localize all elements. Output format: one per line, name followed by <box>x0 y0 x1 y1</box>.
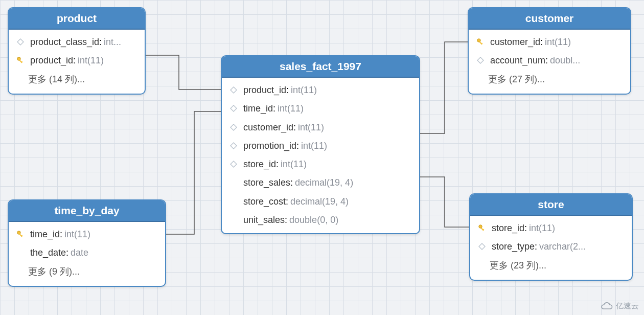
svg-marker-7 <box>231 87 237 93</box>
svg-marker-15 <box>477 57 484 63</box>
field-type: int... <box>104 36 121 48</box>
field-type: decimal(19, 4) <box>290 195 349 208</box>
field-type: int(11) <box>78 54 104 66</box>
field-name: promotion_id <box>243 140 296 152</box>
field-name: product_id <box>30 54 73 66</box>
field-row[interactable]: store_cost: decimal(19, 4) <box>222 192 419 211</box>
field-type: int(11) <box>545 36 571 48</box>
field-type: decimal(19, 4) <box>295 176 353 189</box>
table-title: time_by_day <box>9 200 165 222</box>
field-name: unit_sales <box>243 214 285 226</box>
diamond-icon <box>229 160 238 169</box>
field-row[interactable]: product_id: int(11) <box>222 81 419 99</box>
table-body: store_id: int(11) store_type: varchar(2.… <box>470 216 632 280</box>
field-type: double(0, 0) <box>289 214 338 226</box>
more-columns[interactable]: 更多 (9 列)... <box>9 262 165 282</box>
field-name: time_id <box>243 102 273 115</box>
table-title: customer <box>469 8 630 30</box>
watermark-text: 亿速云 <box>616 301 639 311</box>
diamond-icon <box>229 104 238 113</box>
diamond-icon <box>229 123 238 132</box>
key-icon <box>16 56 25 65</box>
table-body: time_id: int(11) the_date: date 更多 (9 列)… <box>9 222 165 286</box>
field-row[interactable]: product_class_id: int... <box>9 33 145 51</box>
field-row[interactable]: account_num: doubl... <box>469 51 630 70</box>
field-type: int(11) <box>278 102 304 115</box>
field-name: time_id <box>30 228 60 240</box>
diamond-icon <box>229 141 238 150</box>
field-row[interactable]: promotion_id: int(11) <box>222 137 419 155</box>
cloud-icon <box>601 300 613 312</box>
field-row[interactable]: the_date: date <box>9 243 165 262</box>
field-name: store_id <box>243 158 276 170</box>
field-type: varchar(2... <box>539 240 586 253</box>
table-customer[interactable]: customer customer_id: int(11) account_nu… <box>468 7 631 95</box>
svg-marker-11 <box>231 161 237 167</box>
field-name: store_cost <box>243 195 286 208</box>
field-name: the_date <box>30 246 66 259</box>
field-row[interactable]: store_id: int(11) <box>470 219 632 237</box>
field-name: customer_id <box>490 36 540 48</box>
table-body: customer_id: int(11) account_num: doubl.… <box>469 30 630 94</box>
field-type: int(11) <box>301 140 327 152</box>
diamond-icon <box>229 85 238 95</box>
table-title: store <box>470 194 632 216</box>
diamond-icon <box>476 56 485 65</box>
diamond-icon <box>16 37 25 47</box>
field-name: product_id <box>243 84 286 96</box>
diamond-icon <box>477 242 487 251</box>
field-name: product_class_id <box>30 36 99 48</box>
table-sales-fact-1997[interactable]: sales_fact_1997 product_id: int(11) time… <box>221 55 420 234</box>
field-row[interactable]: time_id: int(11) <box>9 225 165 243</box>
field-type: int(11) <box>64 228 90 240</box>
field-type: int(11) <box>298 121 324 133</box>
field-row[interactable]: customer_id: int(11) <box>469 33 630 51</box>
more-columns[interactable]: 更多 (23 列)... <box>470 256 632 276</box>
field-type: int(11) <box>281 158 307 170</box>
svg-marker-9 <box>231 124 237 130</box>
field-name: store_sales <box>243 176 290 189</box>
table-body: product_class_id: int... product_id: int… <box>9 30 145 94</box>
more-columns[interactable]: 更多 (14 列)... <box>9 70 145 89</box>
svg-marker-10 <box>231 143 237 149</box>
field-name: customer_id <box>243 121 293 133</box>
field-type: int(11) <box>291 84 317 96</box>
field-row[interactable]: time_id: int(11) <box>222 99 419 118</box>
field-row[interactable]: unit_sales: double(0, 0) <box>222 211 419 229</box>
more-columns[interactable]: 更多 (27 列)... <box>469 70 630 89</box>
field-name: store_type <box>492 240 535 253</box>
field-row[interactable]: store_sales: decimal(19, 4) <box>222 173 419 192</box>
field-type: doubl... <box>550 54 580 66</box>
svg-marker-19 <box>479 243 485 250</box>
field-row[interactable]: product_id: int(11) <box>9 51 145 70</box>
field-name: store_id <box>492 222 524 234</box>
watermark: 亿速云 <box>601 300 639 312</box>
table-title: product <box>9 8 145 30</box>
field-name: account_num <box>490 54 545 66</box>
field-type: int(11) <box>529 222 555 234</box>
table-title: sales_fact_1997 <box>222 56 419 78</box>
key-icon <box>477 223 487 233</box>
table-product[interactable]: product product_class_id: int... product… <box>8 7 146 95</box>
key-icon <box>16 230 25 239</box>
field-row[interactable]: store_type: varchar(2... <box>470 237 632 256</box>
key-icon <box>476 37 485 47</box>
field-type: date <box>71 246 88 259</box>
svg-point-1 <box>17 57 20 60</box>
field-row[interactable]: customer_id: int(11) <box>222 118 419 137</box>
svg-marker-8 <box>231 105 237 111</box>
field-row[interactable]: store_id: int(11) <box>222 155 419 173</box>
table-store[interactable]: store store_id: int(11) store_type: varc… <box>469 193 633 281</box>
table-time-by-day[interactable]: time_by_day time_id: int(11) the_date: d… <box>8 199 166 287</box>
svg-marker-0 <box>17 39 24 45</box>
table-body: product_id: int(11) time_id: int(11) cus… <box>222 78 419 233</box>
